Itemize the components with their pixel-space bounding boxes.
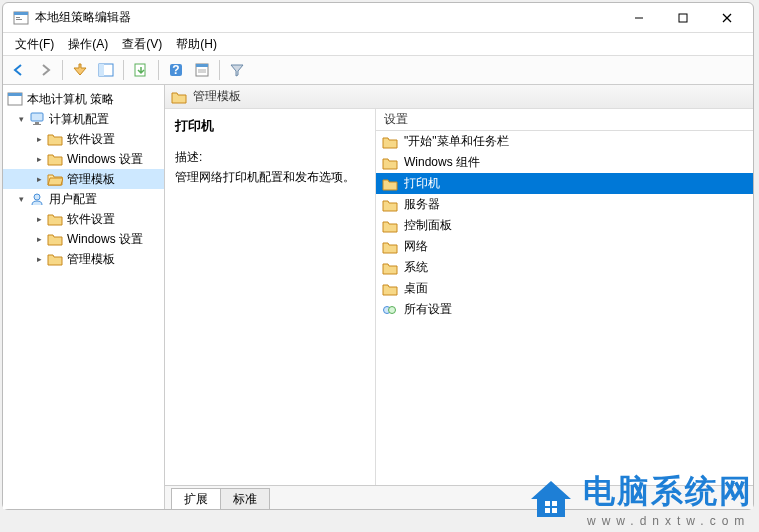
list-item-label: 控制面板 <box>404 217 452 234</box>
expand-icon[interactable]: ▸ <box>33 133 45 145</box>
help-button[interactable]: ? <box>164 58 188 82</box>
tree-root[interactable]: 本地计算机 策略 <box>3 89 164 109</box>
folder-icon <box>47 132 63 146</box>
list-item-label: 系统 <box>404 259 428 276</box>
collapse-icon[interactable]: ▾ <box>15 113 27 125</box>
svg-rect-2 <box>16 17 20 18</box>
folder-open-icon <box>47 172 63 186</box>
tree-user-config[interactable]: ▾ 用户配置 <box>3 189 164 209</box>
maximize-button[interactable] <box>661 4 705 32</box>
folder-icon <box>382 261 398 275</box>
folder-icon <box>47 152 63 166</box>
list-item[interactable]: 打印机 <box>376 173 753 194</box>
tree-label: 软件设置 <box>67 131 115 148</box>
folder-icon <box>382 219 398 233</box>
bottom-tabs: 扩展 标准 <box>165 485 753 509</box>
detail-panel: 管理模板 打印机 描述: 管理网络打印机配置和发布选项。 设置 "开始"菜单和任… <box>165 85 753 509</box>
list-item[interactable]: "开始"菜单和任务栏 <box>376 131 753 152</box>
tree-computer-config[interactable]: ▾ 计算机配置 <box>3 109 164 129</box>
toolbar: ? <box>3 55 753 85</box>
list-item-label: Windows 组件 <box>404 154 480 171</box>
list-item-label: 网络 <box>404 238 428 255</box>
watermark-url: www.dnxtw.com <box>587 514 750 528</box>
tree-label: 用户配置 <box>49 191 97 208</box>
menu-file[interactable]: 文件(F) <box>9 34 60 55</box>
list-item[interactable]: 所有设置 <box>376 299 753 320</box>
forward-button[interactable] <box>33 58 57 82</box>
tree-computer-windows[interactable]: ▸ Windows 设置 <box>3 149 164 169</box>
list-item[interactable]: 系统 <box>376 257 753 278</box>
detail-list-pane: 设置 "开始"菜单和任务栏Windows 组件打印机服务器控制面板网络系统桌面所… <box>375 109 753 485</box>
expand-icon[interactable]: ▸ <box>33 153 45 165</box>
back-button[interactable] <box>7 58 31 82</box>
list-item[interactable]: 服务器 <box>376 194 753 215</box>
tree-panel[interactable]: 本地计算机 策略 ▾ 计算机配置 ▸ 软件设置 ▸ Windows 设置 ▸ 管… <box>3 85 165 509</box>
svg-rect-20 <box>35 122 39 124</box>
svg-rect-5 <box>679 14 687 22</box>
filter-button[interactable] <box>225 58 249 82</box>
menu-help[interactable]: 帮助(H) <box>170 34 223 55</box>
settings-list[interactable]: "开始"菜单和任务栏Windows 组件打印机服务器控制面板网络系统桌面所有设置 <box>376 131 753 485</box>
expand-icon[interactable]: ▸ <box>33 213 45 225</box>
tree-computer-templates[interactable]: ▸ 管理模板 <box>3 169 164 189</box>
toolbar-separator <box>158 60 159 80</box>
show-hide-tree-button[interactable] <box>94 58 118 82</box>
folder-icon <box>382 240 398 254</box>
svg-rect-18 <box>8 93 22 96</box>
detail-topic: 打印机 <box>175 117 365 135</box>
expand-icon[interactable]: ▸ <box>33 173 45 185</box>
detail-header-title: 管理模板 <box>193 88 241 105</box>
policy-icon <box>7 92 23 106</box>
menu-action[interactable]: 操作(A) <box>62 34 114 55</box>
expand-icon[interactable]: ▸ <box>33 253 45 265</box>
expand-icon[interactable]: ▸ <box>33 233 45 245</box>
svg-rect-19 <box>31 113 43 121</box>
properties-button[interactable] <box>190 58 214 82</box>
tree-label: Windows 设置 <box>67 231 143 248</box>
menubar: 文件(F) 操作(A) 查看(V) 帮助(H) <box>3 33 753 55</box>
svg-rect-9 <box>99 64 104 76</box>
column-header-setting[interactable]: 设置 <box>376 109 753 131</box>
svg-rect-21 <box>33 124 41 125</box>
list-item[interactable]: Windows 组件 <box>376 152 753 173</box>
up-button[interactable] <box>68 58 92 82</box>
tree-user-windows[interactable]: ▸ Windows 设置 <box>3 229 164 249</box>
tab-standard[interactable]: 标准 <box>220 488 270 509</box>
minimize-button[interactable] <box>617 4 661 32</box>
tree-user-templates[interactable]: ▸ 管理模板 <box>3 249 164 269</box>
folder-icon <box>382 198 398 212</box>
list-item[interactable]: 桌面 <box>376 278 753 299</box>
svg-rect-14 <box>196 64 208 67</box>
export-button[interactable] <box>129 58 153 82</box>
tree-label: 管理模板 <box>67 251 115 268</box>
detail-description-pane: 打印机 描述: 管理网络打印机配置和发布选项。 <box>165 109 375 485</box>
user-icon <box>29 192 45 206</box>
titlebar: 本地组策略编辑器 <box>3 3 753 33</box>
folder-icon <box>47 212 63 226</box>
collapse-icon[interactable]: ▾ <box>15 193 27 205</box>
list-item-label: "开始"菜单和任务栏 <box>404 133 509 150</box>
folder-icon <box>382 156 398 170</box>
menu-view[interactable]: 查看(V) <box>116 34 168 55</box>
tree-computer-software[interactable]: ▸ 软件设置 <box>3 129 164 149</box>
folder-icon <box>47 252 63 266</box>
computer-icon <box>29 112 45 126</box>
list-item[interactable]: 网络 <box>376 236 753 257</box>
toolbar-separator <box>219 60 220 80</box>
tree-user-software[interactable]: ▸ 软件设置 <box>3 209 164 229</box>
settings-icon <box>382 303 398 317</box>
tree-label: 本地计算机 策略 <box>27 91 114 108</box>
tab-extended[interactable]: 扩展 <box>171 488 221 509</box>
folder-icon <box>382 282 398 296</box>
list-item-label: 打印机 <box>404 175 440 192</box>
svg-rect-1 <box>14 12 28 15</box>
toolbar-separator <box>62 60 63 80</box>
folder-icon <box>382 135 398 149</box>
list-item[interactable]: 控制面板 <box>376 215 753 236</box>
close-button[interactable] <box>705 4 749 32</box>
tree-label: Windows 设置 <box>67 151 143 168</box>
folder-icon <box>171 90 187 104</box>
detail-body: 打印机 描述: 管理网络打印机配置和发布选项。 设置 "开始"菜单和任务栏Win… <box>165 109 753 485</box>
window-title: 本地组策略编辑器 <box>35 9 617 26</box>
list-item-label: 服务器 <box>404 196 440 213</box>
